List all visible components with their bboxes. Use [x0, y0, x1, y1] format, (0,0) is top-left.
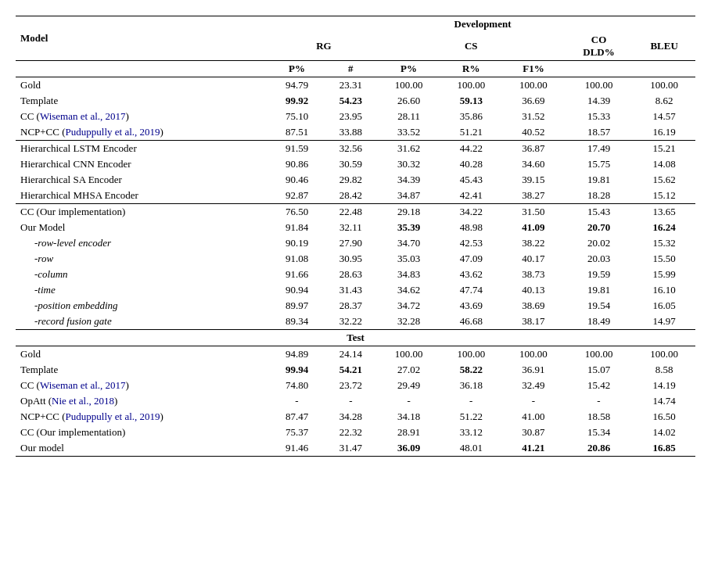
cs_p-cell: 27.02 — [378, 362, 440, 378]
cs_r-cell: 51.22 — [440, 409, 502, 425]
bleu-cell: 15.21 — [633, 141, 695, 157]
test-header-cell: Test — [16, 330, 695, 346]
table-row: Our Model91.8432.1135.3948.9841.0920.701… — [16, 220, 695, 235]
cs_r-cell: 43.62 — [440, 267, 502, 282]
bleu-cell: 14.08 — [633, 156, 695, 172]
co_dld-cell: 20.02 — [565, 235, 634, 251]
cs_p-cell: 34.72 — [378, 298, 440, 314]
cs_p-cell: 33.52 — [378, 124, 440, 141]
development-section-header: Development — [270, 16, 695, 33]
cs_f1-cell: 38.69 — [502, 298, 565, 314]
table-row: Gold94.7923.31100.00100.00100.00100.0010… — [16, 77, 695, 94]
rg_p-cell: 92.87 — [270, 188, 324, 204]
model-col-header: Model — [16, 16, 270, 61]
cs_p-cell: 32.28 — [378, 314, 440, 330]
co_dld-cell: 15.75 — [565, 156, 634, 172]
model-cell: NCP+CC (Puduppully et al., 2019) — [16, 124, 270, 141]
rg_p-cell: 91.59 — [270, 141, 324, 157]
table-row: CC (Our implementation)76.5022.4829.1834… — [16, 204, 695, 220]
cs_r-cell: 48.01 — [440, 440, 502, 457]
co_dld-cell: 19.54 — [565, 298, 634, 314]
model-cell: -time — [16, 282, 270, 298]
rg_hash-cell: 29.82 — [324, 172, 378, 188]
table-row: -time90.9431.4334.6247.7440.1319.8116.10 — [16, 282, 695, 298]
rg_hash-cell: 54.21 — [324, 362, 378, 378]
cs_p-cell: 100.00 — [378, 77, 440, 94]
rg_hash-cell: 23.31 — [324, 77, 378, 94]
cs_r-cell: 48.98 — [440, 220, 502, 235]
bleu-cell: 16.24 — [633, 220, 695, 235]
test-section-header: Test — [16, 330, 695, 346]
cs_p-cell: 34.87 — [378, 188, 440, 204]
cs_r-cell: 36.18 — [440, 378, 502, 393]
cs_r-cell: 34.22 — [440, 204, 502, 220]
model-cell: Hierarchical CNN Encoder — [16, 156, 270, 172]
cs-group-header: CS — [378, 32, 565, 61]
rg_p-cell: 91.08 — [270, 251, 324, 267]
co_dld-cell: 100.00 — [565, 346, 634, 363]
cs_r-cell: 44.22 — [440, 141, 502, 157]
cs_f1-cell: 41.21 — [502, 440, 565, 457]
rg_hash-cell: 30.59 — [324, 156, 378, 172]
rg_hash-cell: - — [324, 393, 378, 409]
model-cell: Gold — [16, 346, 270, 363]
rg_hash-cell: 22.48 — [324, 204, 378, 220]
cs_p-cell: 30.32 — [378, 156, 440, 172]
rg_hash-cell: 32.11 — [324, 220, 378, 235]
cs_p-cell: 31.62 — [378, 141, 440, 157]
cs_f1-cell: 38.17 — [502, 314, 565, 330]
co-dld-header: CODLD% — [565, 32, 634, 61]
bleu-cell: 16.05 — [633, 298, 695, 314]
bleu-cell: 16.10 — [633, 282, 695, 298]
cs_f1-cell: 36.69 — [502, 93, 565, 109]
cs_p-cell: 34.62 — [378, 282, 440, 298]
table-row: Hierarchical MHSA Encoder92.8728.4234.87… — [16, 188, 695, 204]
cs_r-cell: 35.86 — [440, 109, 502, 124]
co_dld-cell: 15.42 — [565, 378, 634, 393]
cs_f1-cell: 30.87 — [502, 425, 565, 440]
model-cell: -column — [16, 267, 270, 282]
cs_r-cell: 45.43 — [440, 172, 502, 188]
rg-p-header: P% — [270, 61, 324, 77]
table-row: CC (Wiseman et al., 2017)75.1023.9528.11… — [16, 109, 695, 124]
bleu-cell: 100.00 — [633, 77, 695, 94]
cs_p-cell: 34.83 — [378, 267, 440, 282]
model-cell: -record fusion gate — [16, 314, 270, 330]
cs_p-cell: 26.60 — [378, 93, 440, 109]
model-cell: Our Model — [16, 220, 270, 235]
rg_hash-cell: 54.23 — [324, 93, 378, 109]
cs_p-cell: 100.00 — [378, 346, 440, 363]
model-cell: CC (Our implementation) — [16, 204, 270, 220]
model-cell: Our model — [16, 440, 270, 457]
co_dld-cell: 19.81 — [565, 282, 634, 298]
rg_p-cell: 75.37 — [270, 425, 324, 440]
rg_hash-cell: 32.22 — [324, 314, 378, 330]
cs_f1-cell: 36.91 — [502, 362, 565, 378]
co_dld-cell: 20.70 — [565, 220, 634, 235]
table-row: Hierarchical LSTM Encoder91.5932.5631.62… — [16, 141, 695, 157]
rg_p-cell: 99.92 — [270, 93, 324, 109]
rg_p-cell: 90.94 — [270, 282, 324, 298]
bleu-cell: 8.62 — [633, 93, 695, 109]
cs_r-cell: 43.69 — [440, 298, 502, 314]
bleu-cell: 16.85 — [633, 440, 695, 457]
table-row: -record fusion gate89.3432.2232.2846.683… — [16, 314, 695, 330]
co-dld-sub-header — [565, 61, 634, 77]
co_dld-cell: 19.81 — [565, 172, 634, 188]
cs_f1-cell: 40.13 — [502, 282, 565, 298]
bleu-cell: 15.32 — [633, 235, 695, 251]
rg_p-cell: 87.47 — [270, 409, 324, 425]
rg_p-cell: 90.46 — [270, 172, 324, 188]
bleu-cell: 15.62 — [633, 172, 695, 188]
cs_f1-cell: 41.09 — [502, 220, 565, 235]
bleu-cell: 16.19 — [633, 124, 695, 141]
table-row: CC (Wiseman et al., 2017)74.8023.7229.49… — [16, 378, 695, 393]
bleu-cell: 16.50 — [633, 409, 695, 425]
bleu-cell: 14.97 — [633, 314, 695, 330]
cs_f1-cell: 41.00 — [502, 409, 565, 425]
cs_f1-cell: 38.22 — [502, 235, 565, 251]
cs_r-cell: 51.21 — [440, 124, 502, 141]
bleu-cell: 15.99 — [633, 267, 695, 282]
cs_f1-cell: 34.60 — [502, 156, 565, 172]
cs_f1-cell: 38.73 — [502, 267, 565, 282]
